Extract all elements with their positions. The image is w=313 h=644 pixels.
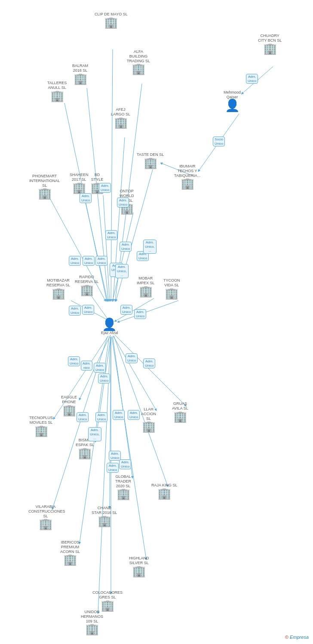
graph-container: CLIP DE MAYO SL 🏢 ALFABUILDINGTRADING SL… — [0, 0, 313, 644]
node-ibericos[interactable]: IBERICOSPREMIUMACORN SL 🏢 — [60, 540, 80, 565]
svg-line-21 — [115, 335, 186, 406]
building-icon-rapido: 🏢 — [80, 284, 94, 295]
node-tecnoplus[interactable]: TECNOPLUSMOVILES SL 🏢 — [29, 416, 53, 436]
badge-adm-ejaz-3[interactable]: Adm.Unico — [94, 363, 106, 373]
badge-adm-ejaz-4[interactable]: Adm.Unico — [98, 374, 110, 383]
node-shaheen[interactable]: SHAHEEN2017 SL 🏢 — [70, 173, 89, 193]
building-icon-global: 🏢 — [117, 488, 130, 499]
badge-adm-ejaz-2[interactable]: Adm.nico — [81, 361, 92, 371]
node-highland-silver[interactable]: HIGHLANDSILVER SL 🏢 — [129, 556, 149, 577]
badge-adm-unico-6[interactable]: Adm.Unico — [69, 256, 81, 266]
node-eaggle-phone[interactable]: EAGGLEPHONE 🏢 — [61, 395, 77, 416]
node-gruas-avila[interactable]: GRUASAVILA SL 🏢 — [172, 401, 188, 422]
badge-adm-global-3[interactable]: Adm.Unico — [107, 463, 119, 473]
building-icon-unidos: 🏢 — [85, 623, 99, 635]
badge-adm-unico-1[interactable]: Adm.Unico — [99, 183, 111, 193]
badge-adm-unico-mob2[interactable]: Adm.Unico — [134, 309, 146, 319]
badge-adm-unico-mob1[interactable]: Adm.Unico — [120, 305, 132, 315]
building-icon-motibazar: 🏢 — [52, 288, 65, 299]
building-icon-talleres: 🏢 — [50, 90, 64, 101]
building-icon-tecnoplus: 🏢 — [34, 425, 48, 436]
building-icon-highland: 🏢 — [132, 565, 146, 577]
node-balram[interactable]: BALRAM2018 SL 🏢 — [72, 64, 88, 84]
building-icon-eaggle: 🏢 — [62, 404, 76, 416]
building-icon-ibumair: 🏢 — [181, 178, 194, 189]
node-alfa-building[interactable]: ALFABUILDINGTRADING SL 🏢 — [127, 49, 150, 74]
building-icon-bismil: 🏢 — [78, 447, 92, 459]
badge-adm-unico-2[interactable]: Adm.Unico — [80, 193, 92, 203]
building-icon-llah: 🏢 — [142, 421, 156, 432]
node-llah-accion[interactable]: LLAHACCIONSL 🏢 — [141, 407, 156, 432]
badge-adm-ejaz-6[interactable]: Adm.Unico — [143, 358, 155, 368]
building-icon-taste: 🏢 — [144, 157, 157, 168]
building-icon-vilarabia: 🏢 — [39, 518, 52, 529]
building-icon-alfa: 🏢 — [132, 63, 145, 74]
svg-line-25 — [110, 337, 111, 507]
watermark-brand: Empresa — [290, 635, 309, 640]
badge-adm-global-1[interactable]: Adm.Unico — [109, 451, 121, 461]
node-clip-de-mayo[interactable]: CLIP DE MAYO SL 🏢 — [95, 12, 128, 28]
node-colocadores[interactable]: COLOCADORESGRES SL 🏢 — [92, 590, 123, 611]
building-icon-phonemart: 🏢 — [38, 188, 52, 199]
building-icon-raja: 🏢 — [157, 488, 171, 499]
badge-adm-unico-mot1[interactable]: Adm.Unico — [69, 306, 81, 316]
node-ejaz-afzal[interactable]: 👤 Ejaz Afzal — [101, 319, 118, 335]
badge-socio-unico[interactable]: SocioÚnico — [213, 137, 225, 146]
node-taste-den[interactable]: TASTE DEN SL 🏢 — [137, 152, 164, 168]
badge-adm-low-1[interactable]: Adm.Unico — [77, 412, 89, 422]
person-icon-mehmood: 👤 — [225, 100, 240, 112]
svg-line-19 — [95, 336, 111, 441]
badge-adm-unico-4[interactable]: Adm.Unico — [105, 230, 117, 240]
badge-adm-unico-12[interactable]: Adm.Unico,... — [115, 264, 129, 278]
node-phonemart[interactable]: PHONEMARTINTERNATIONALSL 🏢 — [29, 174, 60, 199]
badge-adm-low-2[interactable]: Adm.Unico — [95, 412, 107, 422]
node-mobar-impex[interactable]: MOBARIMPEX SL 🏢 — [137, 276, 155, 297]
node-chuadry-city[interactable]: CHUADRYCITY BCN SL 🏢 — [258, 33, 282, 54]
badge-adm-unico-5[interactable]: Adm.Unico — [120, 242, 132, 252]
badge-adm-low-5[interactable]: Adm.Unico — [128, 410, 140, 420]
building-icon-mobar: 🏢 — [139, 286, 153, 297]
building-icon-chuadry: 🏢 — [263, 43, 277, 54]
building-icon-gruas: 🏢 — [173, 411, 187, 422]
node-raja-king[interactable]: RAJA KING SL 🏢 — [151, 483, 178, 499]
building-icon-balram: 🏢 — [74, 73, 87, 84]
badge-adm-ejaz-5[interactable]: Adm.Unico — [126, 353, 138, 363]
node-unidos-hermanos[interactable]: UNIDOSHERMANOS109 SL 🏢 — [81, 610, 103, 635]
person-icon-ejaz: 👤 — [102, 319, 117, 331]
watermark: © Empresa — [285, 635, 309, 640]
badge-adm-low-4[interactable]: Adm.Unico — [113, 410, 125, 420]
badge-adm-ejaz-1[interactable]: Adm.Unico — [68, 356, 80, 366]
badge-adm-unico-chuadry[interactable]: Adm.Unico — [246, 74, 258, 84]
badge-adm-unico-mot2[interactable]: Adm.Unico — [82, 305, 94, 315]
node-afej-largo[interactable]: AFEJLARGO SL 🏢 — [111, 107, 130, 128]
badge-adm-unico-7[interactable]: Adm.Unico — [83, 256, 95, 266]
building-icon-tycoon: 🏢 — [165, 288, 178, 299]
badge-adm-global-2[interactable]: Adm.Unico — [119, 459, 131, 469]
node-motibazar[interactable]: MOTIBAZARRESERVA SL 🏢 — [46, 278, 70, 299]
svg-line-20 — [113, 336, 156, 410]
building-icon-clip: 🏢 — [104, 17, 118, 28]
building-icon-chand: 🏢 — [98, 515, 111, 526]
svg-line-9 — [113, 213, 133, 301]
node-mehmood-qaiser[interactable]: MehmoodQaiser 👤 — [224, 90, 241, 112]
node-global-trader[interactable]: GLOBALTRADER2020 SL 🏢 — [115, 474, 131, 499]
node-vilarabia[interactable]: VILARABIACONSTRUCCIONESSL 🏢 — [28, 504, 63, 529]
badge-adm-unico-11[interactable]: Adm.Unico,... — [143, 240, 156, 254]
node-rapido-reserva[interactable]: RAPIDORESERVA SL 🏢 — [75, 275, 98, 295]
node-talleres-anull[interactable]: TALLERESANULL SL 🏢 — [47, 81, 67, 101]
building-icon-colocadores: 🏢 — [101, 600, 114, 611]
building-icon-afej: 🏢 — [114, 117, 128, 128]
node-chand-star[interactable]: CHANDSTAR 2016 SL 🏢 — [92, 506, 117, 526]
node-ibumair[interactable]: IBUMAIRTECHOS YTABIQUERIA... 🏢 — [174, 164, 200, 189]
building-icon-shaheen: 🏢 — [72, 182, 86, 193]
node-tycoon-vida[interactable]: TYCOONVIDA SL 🏢 — [163, 278, 180, 299]
badge-adm-unico-8[interactable]: Adm.Unico — [95, 256, 107, 266]
building-icon-ibericos: 🏢 — [63, 554, 77, 565]
badge-adm-low-3[interactable]: Adm.Unico,... — [88, 427, 101, 441]
svg-line-8 — [103, 195, 110, 301]
badge-adm-unico-3[interactable]: Adm.Unico — [117, 197, 129, 207]
